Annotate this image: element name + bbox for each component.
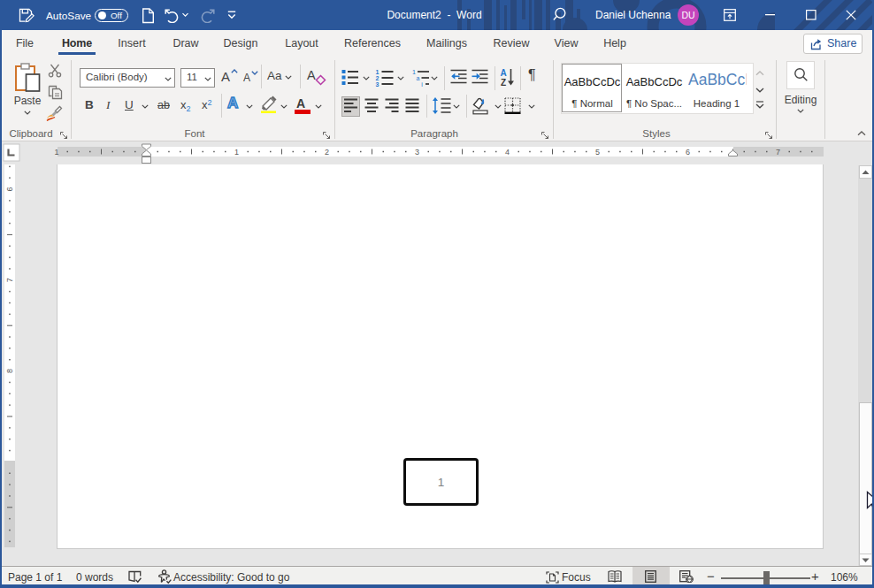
svg-text:3: 3 <box>415 148 419 157</box>
svg-text:4: 4 <box>505 148 510 157</box>
svg-text:7: 7 <box>776 148 780 157</box>
svg-text:7: 7 <box>5 278 14 282</box>
svg-text:1: 1 <box>54 148 58 157</box>
svg-text:8: 8 <box>5 369 14 373</box>
svg-text:1: 1 <box>376 69 380 75</box>
svg-text:5: 5 <box>595 148 600 157</box>
svg-text:a: a <box>417 75 420 81</box>
svg-text:6: 6 <box>5 187 14 191</box>
svg-text:1: 1 <box>412 69 416 75</box>
svg-text:Z: Z <box>501 78 506 87</box>
svg-text:i: i <box>421 81 423 88</box>
svg-text:1: 1 <box>234 148 239 157</box>
svg-text:6: 6 <box>686 148 690 157</box>
svg-text:3: 3 <box>376 81 380 88</box>
svg-text:2: 2 <box>325 148 329 157</box>
svg-text:2: 2 <box>376 75 380 81</box>
svg-text:A: A <box>500 68 506 78</box>
